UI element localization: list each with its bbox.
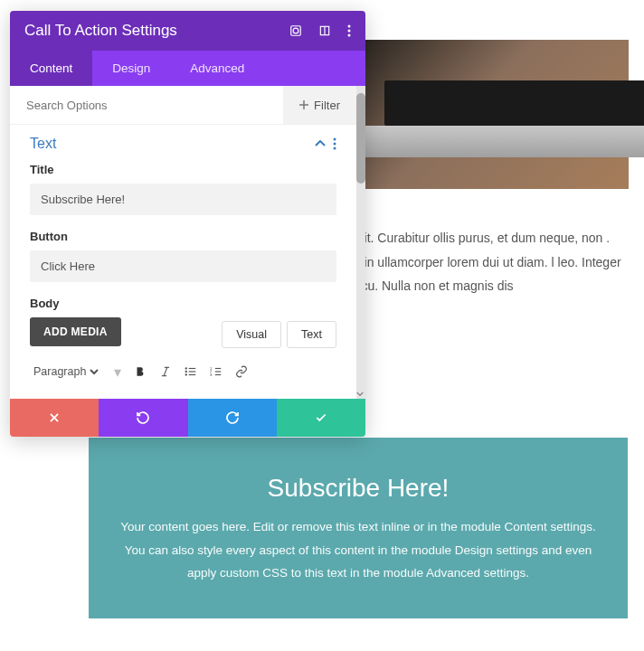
laptop-base (339, 126, 644, 157)
italic-icon[interactable] (159, 365, 172, 378)
tab-design[interactable]: Design (92, 51, 170, 86)
svg-line-14 (164, 367, 167, 375)
undo-icon (136, 410, 150, 425)
plus-icon (299, 100, 308, 109)
laptop-keyboard (384, 80, 644, 126)
format-select[interactable]: Paragraph (30, 363, 101, 381)
title-field[interactable] (30, 184, 336, 215)
editor-toolbar: Paragraph ▾ 123 (30, 357, 336, 386)
redo-button[interactable] (188, 399, 277, 437)
svg-point-0 (293, 28, 298, 33)
tab-advanced[interactable]: Advanced (170, 51, 264, 86)
svg-text:3: 3 (210, 373, 213, 377)
viewport-icon[interactable] (289, 24, 302, 37)
page-body-text: g elit. Curabitur ollis purus, et dum ne… (344, 226, 624, 298)
search-input[interactable] (26, 99, 267, 112)
redo-icon (225, 410, 240, 425)
svg-point-9 (334, 138, 336, 141)
save-button[interactable] (277, 399, 365, 437)
modal-footer (10, 399, 365, 437)
section-more-icon[interactable] (333, 137, 336, 150)
svg-point-4 (348, 25, 351, 28)
cancel-button[interactable] (10, 399, 99, 437)
chevron-down-icon[interactable] (356, 392, 364, 397)
bullet-list-icon[interactable] (185, 365, 197, 378)
editor-tab-visual[interactable]: Visual (222, 321, 281, 348)
body-field-label: Body (30, 297, 336, 310)
close-icon (48, 411, 61, 424)
filter-button-label: Filter (314, 99, 340, 112)
svg-rect-1 (291, 26, 301, 36)
button-field[interactable] (30, 250, 336, 282)
chevron-up-icon[interactable] (315, 140, 326, 147)
svg-point-5 (348, 30, 351, 33)
search-row: Filter (10, 86, 356, 125)
numbered-list-icon[interactable]: 123 (210, 365, 223, 378)
svg-point-19 (185, 371, 186, 372)
expand-icon[interactable] (318, 24, 331, 37)
scrollbar[interactable] (356, 86, 365, 399)
link-icon[interactable] (235, 365, 248, 378)
cta-preview-box[interactable]: Subscribe Here! Your content goes here. … (89, 438, 628, 618)
undo-button[interactable] (99, 399, 187, 437)
cta-body: Your content goes here. Edit or remove t… (116, 515, 601, 585)
add-media-button[interactable]: ADD MEDIA (30, 317, 121, 346)
editor-tab-text[interactable]: Text (287, 321, 336, 348)
section-title: Text (30, 136, 56, 152)
button-field-label: Button (30, 230, 336, 243)
svg-point-10 (334, 143, 336, 146)
check-icon (314, 411, 328, 424)
svg-point-20 (185, 374, 186, 375)
cta-heading: Subscribe Here! (116, 474, 601, 503)
section-header[interactable]: Text (10, 125, 356, 163)
svg-point-11 (334, 147, 336, 150)
svg-point-6 (348, 34, 351, 37)
modal-tabs: Content Design Advanced (10, 51, 365, 86)
tab-content[interactable]: Content (10, 51, 92, 86)
modal-title: Call To Action Settings (24, 22, 177, 40)
settings-modal: Call To Action Settings Content Design A… (10, 11, 365, 437)
svg-point-18 (185, 368, 186, 369)
filter-button[interactable]: Filter (283, 86, 356, 124)
bold-icon[interactable] (134, 365, 147, 378)
modal-titlebar[interactable]: Call To Action Settings (10, 11, 365, 51)
title-field-label: Title (30, 163, 336, 176)
scrollbar-thumb[interactable] (356, 93, 365, 184)
more-icon[interactable] (347, 24, 351, 37)
